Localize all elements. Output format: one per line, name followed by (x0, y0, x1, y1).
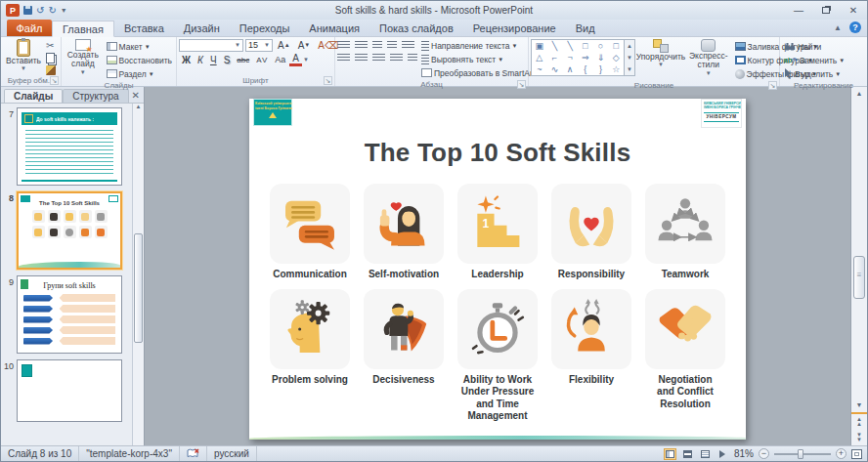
slide-thumbnail-8-selected[interactable]: 8 The Top 10 Soft Skills (1, 191, 142, 270)
character-spacing-button[interactable]: AV (253, 53, 271, 66)
font-dialog-launcher[interactable]: ↘ (324, 76, 332, 85)
quick-styles-button[interactable]: Экспресс-стили ▼ (686, 38, 731, 77)
numbering-icon[interactable] (355, 41, 368, 50)
skill-decisiveness[interactable]: Decisiveness (360, 289, 448, 423)
select-button[interactable]: Выделить ▼ (782, 67, 843, 80)
minimize-button[interactable]: — (785, 3, 812, 18)
align-right-icon[interactable] (372, 54, 385, 63)
tab-view[interactable]: Вид (566, 20, 605, 36)
zoom-out-button[interactable]: − (759, 448, 769, 459)
underline-button[interactable]: Ч (207, 53, 220, 66)
skill-problem-solving[interactable]: Problem solving (266, 289, 354, 423)
scroll-down-icon[interactable]: ▼ (851, 399, 867, 412)
close-panel-icon[interactable]: ✕ (132, 90, 140, 101)
panel-scroll-thumb[interactable] (134, 233, 143, 343)
slide-title[interactable]: The Top 10 Soft Skills (249, 138, 746, 168)
layout-button[interactable]: Макет ▼ (105, 40, 174, 53)
tab-animations[interactable]: Анимация (299, 20, 369, 36)
arrange-button[interactable]: Упорядочить ▼ (637, 38, 684, 69)
copy-icon[interactable] (46, 53, 55, 63)
restore-button[interactable] (812, 3, 840, 18)
paragraph-dialog-launcher[interactable]: ↘ (517, 80, 526, 89)
tab-review[interactable]: Рецензирование (463, 20, 566, 36)
grow-font-button[interactable]: A▲ (275, 38, 293, 52)
italic-button[interactable]: К (195, 53, 206, 66)
justify-icon[interactable] (390, 54, 403, 63)
skill-pressure-time[interactable]: Ability to Work Under Pressure and Time … (454, 289, 542, 423)
shrink-font-button[interactable]: A▼ (295, 38, 314, 52)
new-slide-button[interactable]: ★ Создать слайд ▼ (64, 38, 103, 76)
vertical-scrollbar[interactable]: ▲ ▼ ▲▲ ▼▼ (850, 87, 867, 445)
tab-slides[interactable]: Слайды (4, 89, 63, 103)
section-button[interactable]: Раздел ▼ (105, 67, 174, 80)
previous-slide-button[interactable]: ▲▲ (851, 414, 867, 430)
skill-responsibility[interactable]: Responsibility (547, 184, 635, 281)
zoom-slider[interactable] (774, 453, 831, 455)
columns-icon[interactable] (408, 54, 417, 63)
slideshow-button[interactable] (716, 448, 729, 460)
scroll-up-icon[interactable]: ▲ (136, 104, 142, 109)
drawing-dialog-launcher[interactable]: ↘ (768, 81, 777, 90)
skill-teamwork[interactable]: Teamwork (641, 184, 729, 281)
find-button[interactable]: Найти (782, 40, 823, 53)
normal-view-button[interactable] (664, 448, 676, 460)
slide-canvas[interactable]: Київський університет імені Бориса Грінч… (249, 99, 746, 440)
fit-to-window-button[interactable] (851, 449, 862, 459)
replace-button[interactable]: ab↷ Заменить ▼ (782, 54, 846, 66)
font-size-combo[interactable]: 15▼ (245, 39, 273, 52)
skill-negotiation[interactable]: Negotiation and Conflict Resolution (641, 289, 729, 423)
bullets-icon[interactable] (337, 41, 350, 50)
skill-leadership[interactable]: 1 Leadership (454, 184, 542, 281)
clipboard-dialog-launcher[interactable]: ↘ (50, 76, 59, 85)
strikethrough-button[interactable]: abc (234, 53, 252, 66)
help-icon[interactable]: ? (849, 21, 861, 33)
cut-icon[interactable]: ✂ (46, 40, 56, 51)
font-color-button[interactable]: A (289, 54, 302, 66)
tab-insert[interactable]: Вставка (114, 20, 174, 36)
next-slide-button[interactable]: ▼▼ (851, 430, 867, 445)
bold-button[interactable]: Ж (179, 53, 194, 66)
skill-flexibility[interactable]: Flexibility (547, 289, 635, 423)
line-spacing-icon[interactable] (402, 41, 414, 50)
text-direction-button[interactable]: Направление текста ▼ (419, 39, 544, 52)
scroll-track[interactable] (851, 101, 867, 399)
paste-button[interactable]: Вставить ▼ (3, 38, 44, 73)
decrease-indent-icon[interactable] (372, 41, 382, 50)
skill-communication[interactable]: Communication (266, 184, 354, 281)
convert-smartart-button[interactable]: Преобразовать в SmartArt ▼ (419, 66, 544, 79)
head-gears-icon (280, 299, 340, 359)
language-indicator[interactable]: русский (207, 446, 257, 461)
slide-thumbnail-9[interactable]: 9 Групи soft skills (1, 275, 142, 354)
close-button[interactable]: ✕ (840, 3, 867, 18)
tab-outline[interactable]: Структура (63, 89, 128, 103)
font-name-combo[interactable]: ▼ (179, 39, 243, 52)
collapse-ribbon-icon[interactable]: ▲ (834, 23, 842, 32)
slide-number: 7 (1, 107, 17, 186)
tab-slideshow[interactable]: Показ слайдов (369, 20, 463, 36)
tab-design[interactable]: Дизайн (174, 20, 230, 36)
zoom-level[interactable]: 81% (734, 448, 754, 459)
slide-sorter-button[interactable] (681, 448, 694, 460)
align-center-icon[interactable] (355, 54, 368, 63)
reading-view-button[interactable] (699, 448, 712, 460)
scroll-thumb[interactable] (853, 256, 865, 299)
skill-self-motivation[interactable]: Self-motivation (360, 184, 448, 281)
reset-button[interactable]: Восстановить (105, 54, 174, 66)
spellcheck-status[interactable] (180, 446, 207, 461)
format-painter-icon[interactable] (46, 65, 56, 75)
align-left-icon[interactable] (337, 54, 350, 63)
slide-thumbnail-7[interactable]: 7 До soft skills належать : (1, 107, 142, 186)
panel-scrollbar[interactable]: ▲ (132, 104, 144, 445)
tab-transitions[interactable]: Переходы (230, 20, 300, 36)
change-case-button[interactable]: Aa (272, 53, 288, 66)
tab-home[interactable]: Главная (52, 21, 114, 37)
align-text-button[interactable]: Выровнять текст ▼ (419, 53, 544, 65)
slide-thumbnail-10[interactable]: 10 (1, 359, 142, 422)
shapes-gallery-scroll[interactable]: ▲▼▼ (625, 39, 635, 76)
tab-file[interactable]: Файл (7, 20, 52, 36)
zoom-in-button[interactable]: + (836, 448, 846, 459)
zoom-slider-thumb[interactable] (798, 449, 803, 459)
text-shadow-button[interactable]: S (221, 53, 234, 66)
shapes-gallery[interactable]: ▣╲╲□○□ △⌐¬⇒⇓◇ ~∿∧{}☆ (531, 39, 625, 76)
increase-indent-icon[interactable] (387, 41, 397, 50)
